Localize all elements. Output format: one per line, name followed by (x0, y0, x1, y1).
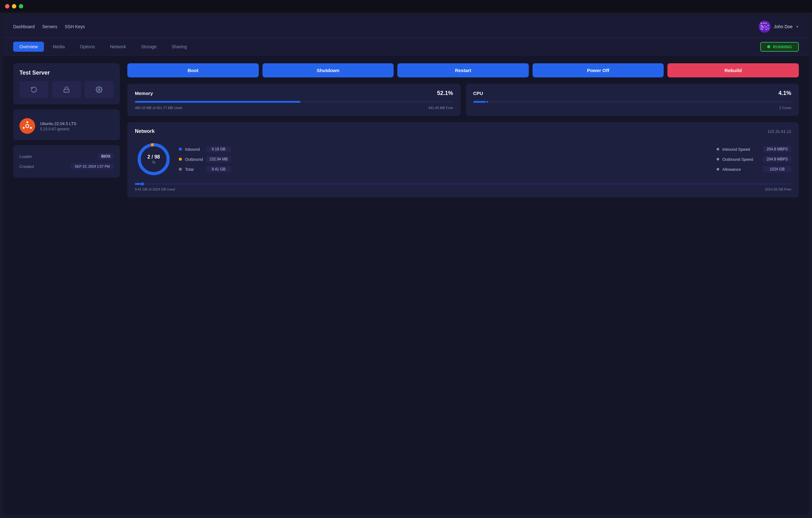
status-text: RUNNING (773, 44, 792, 49)
network-title: Network (135, 128, 155, 134)
outbound-label: Outbound (185, 157, 203, 162)
main-content: Test Server (3, 56, 809, 515)
server-name: Test Server (20, 69, 114, 76)
left-panel: Test Server (13, 63, 120, 507)
settings-icon-button[interactable] (85, 81, 114, 98)
inbound-speed-label: Inbound Speed (722, 147, 760, 152)
svg-rect-13 (762, 26, 763, 28)
svg-point-30 (30, 127, 32, 129)
tab-media[interactable]: Media (47, 42, 71, 52)
right-panel: Boot Shutdown Restart Power Off Rebuild … (127, 63, 799, 507)
network-legend: Inbound 9.18 GB Outbound 232.94 MB Total… (179, 146, 231, 172)
loader-row: Loader BIOS (20, 151, 114, 161)
tab-storage[interactable]: Storage (135, 42, 163, 52)
memory-percentage: 52.1% (437, 90, 453, 96)
created-value: SEP 23, 2024 1:57 PM (71, 163, 114, 170)
minimize-dot[interactable] (12, 4, 16, 8)
network-speeds: Inbound Speed 204.8 MBPS Outbound Speed … (717, 146, 791, 172)
nav-servers[interactable]: Servers (42, 24, 57, 29)
server-actions (20, 81, 114, 98)
svg-rect-21 (762, 29, 763, 30)
server-info-card: Test Server (13, 63, 120, 104)
cpu-percentage: 4.1% (778, 90, 791, 96)
inbound-label: Inbound (185, 147, 203, 152)
user-dropdown-icon: ▼ (796, 25, 799, 29)
outbound-speed-item: Outbound Speed 204.8 MBPS (717, 156, 791, 162)
tab-bar: Overview Media Options Network Storage S… (3, 38, 809, 56)
restart-button[interactable]: Restart (397, 63, 529, 78)
tab-overview[interactable]: Overview (13, 42, 44, 52)
top-nav: Dashboard Servers SSH Keys (3, 16, 809, 38)
svg-rect-22 (765, 29, 767, 30)
legend-outbound: Outbound 232.94 MB (179, 156, 231, 162)
svg-rect-5 (765, 23, 767, 24)
cpu-marker (486, 101, 489, 103)
svg-rect-23 (767, 29, 769, 30)
shutdown-button[interactable]: Shutdown (262, 63, 394, 78)
outbound-dot (179, 158, 182, 161)
cpu-header: CPU 4.1% (473, 90, 792, 96)
created-row: Created SEP 23, 2024 1:57 PM (20, 161, 114, 172)
inbound-speed-value: 204.8 MBPS (763, 146, 791, 152)
boot-button[interactable]: Boot (127, 63, 259, 78)
memory-progress-bg (135, 101, 453, 103)
cpu-progress-bg (473, 101, 792, 103)
network-content: 2 / 98 % Inbound 9.18 GB Out (135, 141, 791, 178)
allowance-item: Allowance 1024 GB (717, 166, 791, 172)
allowance-label: Allowance (722, 167, 760, 172)
network-card: Network 122.31.61.12 (127, 122, 799, 197)
nav-dashboard[interactable]: Dashboard (13, 24, 35, 29)
tab-sharing[interactable]: Sharing (165, 42, 193, 52)
network-usage: 9.41 GB of 1024 GB Used 1014.59 GB Free (135, 183, 791, 191)
nav-links: Dashboard Servers SSH Keys (13, 24, 85, 29)
svg-rect-14 (763, 26, 764, 28)
avatar (759, 21, 771, 33)
power-off-button[interactable]: Power Off (532, 63, 664, 78)
outbound-speed-value: 204.8 MBPS (763, 156, 791, 162)
memory-used: 480.33 MB of 921.77 MB Used (135, 106, 182, 110)
os-info: Ubuntu 22.04.5 LTS 5.15.0-87-generic (20, 118, 114, 134)
rebuild-button[interactable]: Rebuild (667, 63, 799, 78)
svg-point-29 (23, 127, 25, 129)
svg-rect-16 (760, 28, 762, 29)
tab-network[interactable]: Network (104, 42, 132, 52)
stats-row: Memory 52.1% 480.33 MB of 921.77 MB Used… (127, 84, 799, 116)
inbound-dot (179, 148, 182, 151)
svg-rect-7 (767, 24, 769, 25)
svg-rect-2 (762, 23, 763, 24)
nav-ssh-keys[interactable]: SSH Keys (65, 24, 85, 29)
allowance-dot (717, 168, 719, 171)
svg-rect-18 (764, 28, 765, 29)
loader-label: Loader (20, 154, 32, 159)
usage-bar-bg (135, 183, 791, 185)
console-icon-button[interactable] (52, 81, 81, 98)
cpu-progress-fill (473, 101, 486, 103)
restart-icon-button[interactable] (20, 81, 48, 98)
svg-rect-6 (760, 24, 762, 25)
svg-rect-15 (765, 26, 767, 28)
legend-inbound: Inbound 9.18 GB (179, 146, 231, 152)
svg-point-25 (98, 89, 100, 91)
loader-value: BIOS (98, 153, 114, 159)
created-label: Created (20, 164, 34, 169)
network-header: Network 122.31.61.12 (135, 128, 791, 134)
total-dot (179, 167, 182, 171)
tab-options[interactable]: Options (74, 42, 101, 52)
user-name: John Doe (774, 24, 792, 29)
maximize-dot[interactable] (19, 4, 23, 8)
inbound-speed-item: Inbound Speed 204.8 MBPS (717, 146, 791, 152)
usage-bar-fill (135, 183, 141, 185)
app-container: Dashboard Servers SSH Keys (3, 16, 809, 515)
allowance-value: 1024 GB (763, 166, 791, 172)
memory-free: 441.45 MB Free (429, 106, 453, 110)
close-dot[interactable] (5, 4, 9, 8)
server-details-card: Loader BIOS Created SEP 23, 2024 1:57 PM (13, 145, 120, 178)
svg-point-28 (26, 121, 28, 123)
user-menu[interactable]: John Doe ▼ (759, 21, 799, 33)
svg-rect-4 (764, 23, 765, 24)
svg-rect-12 (760, 26, 762, 28)
os-card: Ubuntu 22.04.5 LTS 5.15.0-87-generic (13, 110, 120, 140)
action-buttons: Boot Shutdown Restart Power Off Rebuild (127, 63, 799, 78)
outbound-speed-label: Outbound Speed (722, 157, 760, 162)
titlebar (0, 0, 812, 12)
